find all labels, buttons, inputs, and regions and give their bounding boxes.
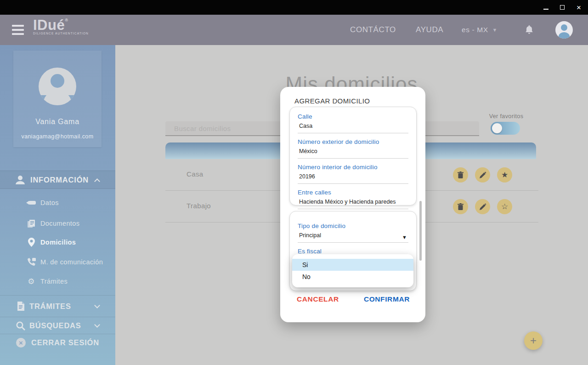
field-underline bbox=[298, 158, 408, 159]
minimize-button[interactable] bbox=[538, 0, 554, 15]
field-underline bbox=[298, 209, 408, 209]
maximize-button[interactable] bbox=[554, 0, 570, 15]
chevron-down-icon bbox=[94, 322, 100, 328]
avatar-head bbox=[561, 24, 567, 31]
delete-button[interactable] bbox=[453, 167, 468, 182]
caret-down-icon: ▼ bbox=[492, 27, 498, 33]
modal-title: AGREGAR DOMICILIO bbox=[294, 97, 370, 105]
sidebar-item-label: Trámites bbox=[40, 278, 68, 285]
modal-scrollbar[interactable] bbox=[419, 201, 422, 261]
edit-button[interactable] bbox=[475, 167, 490, 182]
pen-icon bbox=[26, 200, 36, 205]
favorites-label: Ver favoritos bbox=[486, 113, 527, 120]
delete-button[interactable] bbox=[453, 199, 468, 214]
user-avatar[interactable] bbox=[555, 21, 573, 39]
language-selector[interactable]: es - MX ▼ bbox=[462, 15, 498, 45]
sidebar-item-comunicacion[interactable]: M. de comunicación bbox=[0, 255, 115, 269]
dropdown-option-si[interactable]: Si bbox=[292, 259, 413, 271]
field-value[interactable]: Casa bbox=[299, 123, 408, 130]
chevron-up-icon bbox=[94, 178, 100, 184]
select-value[interactable]: Principal bbox=[299, 232, 408, 239]
field-label: Número exterior de domicilio bbox=[298, 138, 408, 145]
field-value[interactable]: 20196 bbox=[299, 173, 408, 180]
favorite-button[interactable]: ☆ bbox=[497, 199, 512, 214]
favorite-button[interactable]: ★ bbox=[497, 167, 512, 182]
sidebar-section-busquedas[interactable]: BÚSQUEDAS bbox=[0, 318, 115, 334]
star-outline-icon: ☆ bbox=[501, 203, 508, 211]
sidebar: Vania Gama vaniagamag@hotmail.com INFORM… bbox=[0, 45, 115, 365]
document-icon bbox=[17, 302, 24, 311]
form-field: Calle Casa bbox=[298, 113, 408, 133]
hamburger-menu-icon[interactable] bbox=[12, 25, 24, 35]
section-label: BÚSQUEDAS bbox=[29, 321, 81, 330]
person-icon bbox=[15, 175, 26, 185]
profile-card: Vania Gama vaniagamag@hotmail.com bbox=[13, 51, 102, 147]
field-underline bbox=[298, 242, 408, 243]
row-name: Trabajo bbox=[187, 202, 211, 210]
field-label: Entre calles bbox=[298, 189, 408, 196]
close-button[interactable]: × bbox=[571, 0, 587, 15]
nav-ayuda[interactable]: AYUDA bbox=[416, 15, 443, 45]
language-label: es - MX bbox=[462, 26, 488, 34]
notifications-button[interactable] bbox=[525, 15, 534, 45]
map-pin-icon bbox=[28, 238, 35, 247]
minimize-icon bbox=[543, 9, 548, 10]
row-name: Casa bbox=[187, 170, 204, 178]
es-fiscal-dropdown: Si No bbox=[292, 254, 413, 287]
profile-name: Vania Gama bbox=[13, 118, 102, 126]
form-field: Número interior de domicilio 20196 bbox=[298, 164, 408, 184]
sidebar-section-tramites[interactable]: TRÁMITES bbox=[0, 295, 115, 317]
field-value[interactable]: Hacienda México y Hacienda paredes bbox=[299, 199, 408, 205]
edit-button[interactable] bbox=[475, 199, 490, 214]
sidebar-item-documentos[interactable]: Documentos bbox=[0, 217, 115, 230]
pencil-icon bbox=[480, 172, 486, 178]
add-address-modal: AGREGAR DOMICILIO Calle Casa Número exte… bbox=[280, 87, 425, 322]
form-field: Entre calles Hacienda México y Hacienda … bbox=[298, 189, 408, 209]
section-label: INFORMACIÓN bbox=[30, 176, 89, 184]
add-address-fab[interactable]: + bbox=[524, 331, 543, 350]
field-label: Número interior de domicilio bbox=[298, 164, 408, 171]
trash-icon bbox=[458, 203, 464, 210]
cancel-button[interactable]: CANCELAR bbox=[297, 295, 339, 303]
profile-email: vaniagamag@hotmail.com bbox=[13, 133, 102, 140]
select-field: Tipo de domicilio Principal ▼ bbox=[298, 222, 408, 243]
app-header: IDué® DILIGENCE AUTHENTICATION CONTÁCTO … bbox=[0, 15, 588, 45]
sidebar-item-domicilios[interactable]: Domicilios bbox=[0, 235, 115, 249]
maximize-icon bbox=[560, 5, 565, 10]
window-titlebar: × bbox=[0, 0, 588, 15]
address-fields-card: Calle Casa Número exterior de domicilio … bbox=[289, 107, 417, 205]
favorites-toggle[interactable] bbox=[491, 122, 520, 135]
caret-down-icon[interactable]: ▼ bbox=[402, 234, 407, 240]
logout-button[interactable]: × CERRAR SESIÓN bbox=[0, 334, 115, 351]
pencil-icon bbox=[480, 204, 486, 210]
sidebar-item-label: Documentos bbox=[40, 220, 79, 227]
bell-icon bbox=[525, 25, 534, 35]
field-underline bbox=[298, 133, 408, 133]
gear-icon: ⚙ bbox=[28, 278, 35, 285]
toggle-knob bbox=[492, 123, 502, 133]
registered-mark: ® bbox=[65, 18, 68, 23]
dropdown-option-no[interactable]: No bbox=[292, 271, 413, 283]
confirm-button[interactable]: CONFIRMAR bbox=[364, 295, 410, 303]
field-label: Calle bbox=[298, 113, 408, 120]
sidebar-item-label: Domicilios bbox=[40, 239, 76, 246]
sidebar-item-datos[interactable]: Datos bbox=[0, 196, 115, 210]
section-label: CERRAR SESIÓN bbox=[31, 338, 99, 347]
app-logo[interactable]: IDué® DILIGENCE AUTHENTICATION bbox=[33, 17, 89, 35]
phone-icon bbox=[27, 258, 36, 267]
form-field: Número exterior de domicilio México bbox=[298, 138, 408, 159]
sidebar-item-tramites[interactable]: ⚙ Trámites bbox=[0, 274, 115, 288]
nav-contacto[interactable]: CONTÁCTO bbox=[350, 15, 396, 45]
trash-icon bbox=[458, 171, 464, 178]
field-value[interactable]: México bbox=[299, 148, 408, 155]
plus-icon: + bbox=[530, 334, 537, 347]
sidebar-item-label: M. de comunicación bbox=[40, 258, 103, 266]
sidebar-section-informacion[interactable]: INFORMACIÓN bbox=[0, 171, 115, 189]
logo-tagline: DILIGENCE AUTHENTICATION bbox=[33, 32, 89, 35]
modal-actions: CANCELAR CONFIRMAR bbox=[280, 290, 425, 308]
sidebar-item-label: Datos bbox=[40, 199, 59, 206]
avatar-body bbox=[559, 32, 570, 39]
close-circle-icon: × bbox=[16, 338, 26, 348]
field-underline bbox=[298, 183, 408, 184]
logo-text: IDué bbox=[33, 17, 65, 33]
